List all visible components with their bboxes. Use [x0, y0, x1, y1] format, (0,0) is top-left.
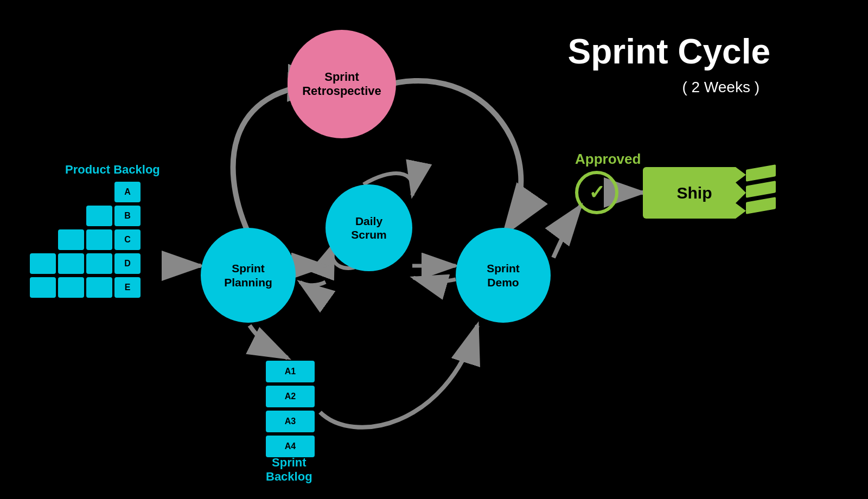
sprint-backlog-label: SprintBacklog	[266, 456, 312, 484]
backlog-dot-e2	[58, 277, 84, 298]
approved-check: ✓	[575, 171, 618, 214]
backlog-item-a: A	[114, 182, 141, 202]
sprint-backlog-item-a4: A4	[266, 436, 315, 457]
backlog-item-d: D	[114, 253, 141, 274]
approved-label: Approved	[575, 151, 641, 168]
backlog-item-b: B	[114, 206, 141, 226]
circle-retrospective: SprintRetrospective	[288, 30, 396, 138]
backlog-dot-d1	[30, 253, 56, 274]
backlog-dot-c2	[86, 229, 112, 250]
circle-daily-scrum-label: DailyScrum	[351, 214, 386, 241]
backlog-row-c: C	[30, 229, 143, 250]
circle-sprint-demo-label: SprintDemo	[487, 261, 520, 289]
backlog-dot-b1	[86, 206, 112, 226]
ship-stripe-2	[746, 181, 776, 198]
ship-box: Ship	[643, 167, 746, 219]
backlog-row-d: D	[30, 253, 143, 274]
sprint-backlog-item-a2: A2	[266, 386, 315, 407]
backlog-grid: A B C D E	[30, 182, 143, 301]
sprint-backlog-item-a3: A3	[266, 411, 315, 432]
backlog-dot-d3	[86, 253, 112, 274]
ship-stripe-3	[746, 197, 776, 214]
circle-sprint-planning: SprintPlanning	[201, 228, 296, 323]
checkmark-icon: ✓	[589, 181, 605, 204]
backlog-dot-d2	[58, 253, 84, 274]
backlog-dot-e3	[86, 277, 112, 298]
sprint-cycle-subtitle: ( 2 Weeks )	[682, 79, 760, 96]
sprint-cycle-title: Sprint Cycle	[568, 33, 770, 71]
sprint-backlog-item-a1: A1	[266, 361, 315, 382]
product-backlog-label: Product Backlog	[65, 163, 160, 177]
backlog-row-b: B	[30, 206, 143, 226]
ship-label: Ship	[677, 184, 712, 202]
circle-daily-scrum: DailyScrum	[326, 184, 412, 271]
backlog-row-a: A	[30, 182, 143, 202]
backlog-row-e: E	[30, 277, 143, 298]
diagram-container: Sprint Cycle ( 2 Weeks )	[0, 0, 868, 499]
backlog-dot-e1	[30, 277, 56, 298]
ship-stripes	[746, 167, 776, 212]
circle-retrospective-label: SprintRetrospective	[302, 70, 381, 99]
circle-sprint-demo: SprintDemo	[456, 228, 551, 323]
backlog-dot-c1	[58, 229, 84, 250]
backlog-item-e: E	[114, 277, 141, 298]
ship-stripe-1	[746, 164, 776, 182]
circle-sprint-planning-label: SprintPlanning	[224, 261, 272, 289]
backlog-item-c: C	[114, 229, 141, 250]
sprint-backlog-items: A1 A2 A3 A4	[266, 361, 315, 460]
